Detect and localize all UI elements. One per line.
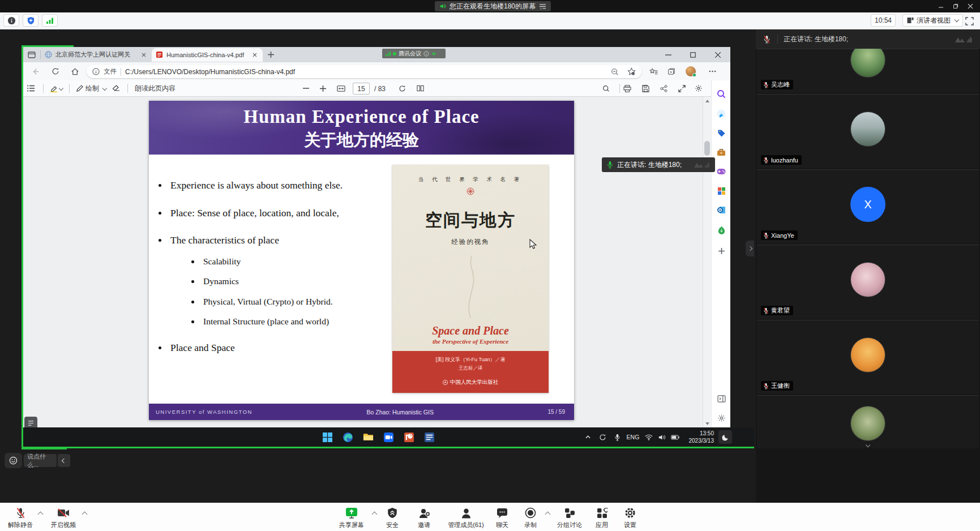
meeting-info-icon[interactable] xyxy=(3,14,19,27)
file-explorer-icon[interactable] xyxy=(361,430,375,444)
sidebar-outlook-icon[interactable] xyxy=(716,204,727,216)
network-status-icon[interactable] xyxy=(42,14,58,27)
new-tab-icon[interactable] xyxy=(263,47,279,62)
pdf-document-area[interactable]: Human Experience of Place 关于地方的经验 Experi… xyxy=(23,97,703,427)
window-close-icon[interactable] xyxy=(964,2,977,11)
page-number-input[interactable]: 15 xyxy=(353,83,370,95)
participants-scroll-down-icon[interactable] xyxy=(861,440,875,449)
fit-width-icon[interactable] xyxy=(333,80,348,97)
refresh-icon[interactable] xyxy=(48,64,63,79)
volume-icon[interactable] xyxy=(656,431,668,443)
settings-button[interactable]: 设置 xyxy=(618,506,642,529)
fullscreen-icon[interactable] xyxy=(962,15,976,27)
home-icon[interactable] xyxy=(67,64,82,79)
rotate-icon[interactable] xyxy=(395,80,409,97)
sidebar-shopping-tag-icon[interactable] xyxy=(716,127,727,139)
mic-options-caret[interactable] xyxy=(38,512,44,517)
security-button[interactable]: 安全 xyxy=(380,506,404,529)
panel-collapse-chevron-icon[interactable] xyxy=(746,241,754,256)
pdf-settings-gear-icon[interactable] xyxy=(691,80,706,97)
taskbar-clock[interactable]: 13:50 2023/3/13 xyxy=(681,430,714,444)
start-video-button[interactable]: 开启视频 xyxy=(48,506,79,529)
scroll-down-icon[interactable] xyxy=(703,419,711,427)
battery-icon[interactable] xyxy=(669,431,681,443)
browser-maximize-icon[interactable] xyxy=(681,47,705,62)
participant-tile[interactable]: X XiangYe xyxy=(757,169,979,243)
powerpoint-icon[interactable] xyxy=(401,430,416,444)
emoji-reaction-icon[interactable] xyxy=(5,453,22,468)
record-options-caret[interactable] xyxy=(545,512,551,517)
browser-minimize-icon[interactable] xyxy=(656,47,681,62)
zoom-in-page-icon[interactable] xyxy=(316,80,329,97)
shield-icon[interactable] xyxy=(23,14,38,27)
sidebar-add-icon[interactable] xyxy=(716,245,727,256)
share-doc-icon[interactable] xyxy=(656,80,671,97)
window-restore-icon[interactable] xyxy=(949,2,962,11)
favorites-bar-icon[interactable] xyxy=(646,64,661,79)
read-aloud-button[interactable]: 朗读此页内容 xyxy=(132,84,178,93)
collections-icon[interactable] xyxy=(664,64,679,79)
breakout-rooms-button[interactable]: 分组讨论 xyxy=(554,506,585,529)
back-icon[interactable] xyxy=(28,64,42,79)
profile-avatar[interactable] xyxy=(684,65,697,78)
chatbar-collapse-icon[interactable] xyxy=(58,454,70,467)
sidebar-toolbox-icon[interactable] xyxy=(716,147,727,158)
unmute-button[interactable]: 解除静音 xyxy=(5,506,36,529)
print-icon[interactable] xyxy=(620,80,635,97)
page-view-icon[interactable] xyxy=(413,80,427,97)
view-mode-dropdown[interactable]: 演讲者视图 xyxy=(902,14,963,27)
chat-quick-input[interactable]: 说点什么... xyxy=(24,454,57,467)
record-button[interactable]: 录制 xyxy=(519,506,542,529)
sidebar-open-panel-icon[interactable] xyxy=(716,393,727,404)
tab-close-icon[interactable] xyxy=(251,51,259,59)
apps-button[interactable]: 应用 xyxy=(590,506,614,529)
sidebar-designer-icon[interactable] xyxy=(716,224,727,235)
tray-sync-icon[interactable] xyxy=(596,431,609,443)
eraser-icon[interactable] xyxy=(109,85,123,92)
participant-tile[interactable]: 吴志峰 xyxy=(757,49,979,93)
participant-tile[interactable]: 黄君望 xyxy=(757,245,979,319)
invite-button[interactable]: 邀请 xyxy=(412,506,436,529)
highlighter-icon[interactable] xyxy=(48,85,65,92)
taskbar-edge-icon[interactable] xyxy=(340,430,355,444)
share-screen-button[interactable]: 共享屏幕 xyxy=(335,506,368,529)
tab-actions-icon[interactable] xyxy=(23,47,40,62)
header-reaction-icons[interactable] xyxy=(954,35,973,44)
start-icon[interactable] xyxy=(320,430,335,444)
pdf-scrollbar[interactable] xyxy=(703,97,711,427)
browser-close-icon[interactable] xyxy=(705,47,730,62)
draw-tool[interactable]: 绘制 xyxy=(74,84,109,93)
save-icon[interactable] xyxy=(638,80,653,97)
night-mode-moon-icon[interactable] xyxy=(718,430,732,444)
share-options-caret[interactable] xyxy=(372,512,378,517)
more-menu-icon[interactable] xyxy=(705,64,720,79)
chat-button[interactable]: 聊天 xyxy=(490,506,514,529)
watching-banner[interactable]: 您正在观看生地楼180的屏幕 xyxy=(435,1,551,11)
address-bar[interactable]: 文件 C:/Users/LENOVO/Desktop/HumanisticGIS… xyxy=(87,65,641,78)
sidebar-office-icon[interactable] xyxy=(716,185,727,196)
wifi-icon[interactable] xyxy=(643,431,655,443)
tab-bnu-gateway[interactable]: 北京师范大学上网认证网关 xyxy=(41,48,152,62)
video-options-caret[interactable] xyxy=(82,512,88,517)
manage-members-button[interactable]: 管理成员(61) xyxy=(443,506,489,529)
tencent-meeting-overlay-pill[interactable]: 腾讯会议 xyxy=(382,49,446,58)
sidebar-settings-gear-icon[interactable] xyxy=(716,412,727,423)
language-indicator[interactable]: ENG xyxy=(624,432,641,442)
taskbar-meeting-icon[interactable] xyxy=(381,430,396,444)
tray-expand-icon[interactable] xyxy=(581,431,594,443)
sidebar-games-icon[interactable] xyxy=(716,166,727,177)
taskbar-app-icon[interactable] xyxy=(422,430,436,444)
annotation-toolbar-toggle-icon[interactable] xyxy=(24,417,37,427)
tab-pdf-active[interactable]: HumanisticGIS-china-v4.pdf xyxy=(152,48,263,62)
sidebar-search-icon[interactable] xyxy=(716,88,727,100)
window-minimize-icon[interactable] xyxy=(935,2,947,11)
participant-tile[interactable]: 王健衡 xyxy=(757,320,979,394)
sidebar-bing-icon[interactable] xyxy=(716,108,727,119)
participant-tile[interactable]: luozhanfu xyxy=(757,94,979,168)
zoom-out-page-icon[interactable] xyxy=(299,80,313,97)
expand-icon[interactable] xyxy=(674,80,689,97)
favorite-star-icon[interactable] xyxy=(627,67,636,76)
scrollbar-thumb[interactable] xyxy=(704,141,710,156)
search-doc-icon[interactable] xyxy=(598,80,613,97)
zoom-out-icon[interactable] xyxy=(611,68,619,76)
